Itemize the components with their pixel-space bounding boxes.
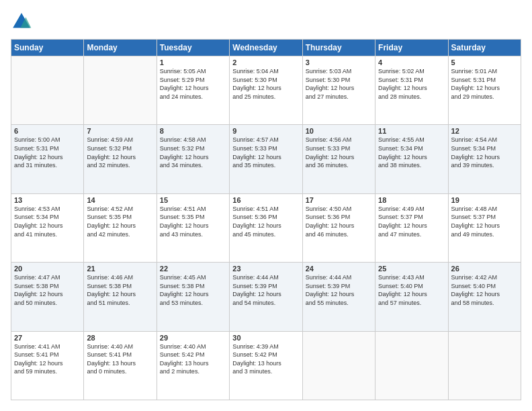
day-number: 16 (232, 196, 299, 204)
calendar-cell: 24Sunrise: 4:44 AM Sunset: 5:39 PM Dayli… (302, 263, 375, 331)
day-number: 4 (378, 58, 445, 66)
weekday-header-wednesday: Wednesday (230, 40, 302, 56)
day-info: Sunrise: 4:39 AM Sunset: 5:42 PM Dayligh… (232, 342, 299, 376)
logo (11, 11, 35, 32)
calendar-cell: 2Sunrise: 5:04 AM Sunset: 5:30 PM Daylig… (230, 56, 302, 125)
calendar-cell: 13Sunrise: 4:53 AM Sunset: 5:34 PM Dayli… (11, 193, 84, 262)
day-number: 30 (232, 334, 299, 342)
day-number: 25 (378, 265, 445, 273)
day-number: 24 (306, 265, 372, 273)
day-info: Sunrise: 4:58 AM Sunset: 5:32 PM Dayligh… (160, 136, 226, 169)
day-number: 13 (14, 196, 81, 204)
calendar-cell: 22Sunrise: 4:45 AM Sunset: 5:38 PM Dayli… (157, 263, 229, 331)
calendar-cell (302, 331, 375, 400)
page: SundayMondayTuesdayWednesdayThursdayFrid… (0, 0, 532, 411)
calendar-cell: 3Sunrise: 5:03 AM Sunset: 5:30 PM Daylig… (302, 56, 375, 125)
calendar-cell: 29Sunrise: 4:40 AM Sunset: 5:42 PM Dayli… (157, 331, 229, 400)
day-info: Sunrise: 4:55 AM Sunset: 5:34 PM Dayligh… (378, 136, 445, 169)
calendar-cell: 10Sunrise: 4:56 AM Sunset: 5:33 PM Dayli… (302, 125, 375, 193)
weekday-header-friday: Friday (375, 40, 448, 56)
calendar-cell: 30Sunrise: 4:39 AM Sunset: 5:42 PM Dayli… (230, 331, 302, 400)
calendar-header-row: SundayMondayTuesdayWednesdayThursdayFrid… (11, 40, 521, 56)
day-info: Sunrise: 5:02 AM Sunset: 5:31 PM Dayligh… (378, 67, 445, 101)
calendar-cell: 16Sunrise: 4:51 AM Sunset: 5:36 PM Dayli… (230, 193, 302, 262)
day-info: Sunrise: 4:51 AM Sunset: 5:35 PM Dayligh… (160, 205, 226, 238)
calendar-cell: 20Sunrise: 4:47 AM Sunset: 5:38 PM Dayli… (11, 263, 84, 331)
day-info: Sunrise: 4:42 AM Sunset: 5:40 PM Dayligh… (451, 273, 518, 307)
logo-icon (11, 11, 32, 32)
day-number: 15 (160, 196, 226, 204)
calendar-cell: 27Sunrise: 4:41 AM Sunset: 5:41 PM Dayli… (11, 331, 84, 400)
day-info: Sunrise: 4:51 AM Sunset: 5:36 PM Dayligh… (232, 205, 299, 238)
day-number: 17 (306, 196, 372, 204)
calendar-cell: 4Sunrise: 5:02 AM Sunset: 5:31 PM Daylig… (375, 56, 448, 125)
day-info: Sunrise: 5:03 AM Sunset: 5:30 PM Dayligh… (306, 67, 372, 101)
weekday-header-thursday: Thursday (302, 40, 375, 56)
day-info: Sunrise: 4:48 AM Sunset: 5:37 PM Dayligh… (451, 205, 518, 238)
weekday-header-monday: Monday (84, 40, 157, 56)
day-number: 11 (378, 127, 445, 135)
day-info: Sunrise: 4:40 AM Sunset: 5:42 PM Dayligh… (160, 342, 226, 376)
day-number: 18 (378, 196, 445, 204)
day-number: 21 (87, 265, 153, 273)
day-info: Sunrise: 5:00 AM Sunset: 5:31 PM Dayligh… (14, 136, 81, 169)
day-info: Sunrise: 4:46 AM Sunset: 5:38 PM Dayligh… (87, 273, 153, 307)
calendar-cell: 7Sunrise: 4:59 AM Sunset: 5:32 PM Daylig… (84, 125, 157, 193)
day-number: 27 (14, 334, 81, 342)
day-number: 12 (451, 127, 518, 135)
day-number: 9 (232, 127, 299, 135)
day-number: 28 (87, 334, 153, 342)
day-number: 19 (451, 196, 518, 204)
day-info: Sunrise: 4:52 AM Sunset: 5:35 PM Dayligh… (87, 205, 153, 238)
day-info: Sunrise: 5:05 AM Sunset: 5:29 PM Dayligh… (160, 67, 226, 101)
calendar-week-row: 13Sunrise: 4:53 AM Sunset: 5:34 PM Dayli… (11, 193, 521, 262)
calendar-cell: 25Sunrise: 4:43 AM Sunset: 5:40 PM Dayli… (375, 263, 448, 331)
weekday-header-saturday: Saturday (448, 40, 521, 56)
day-number: 2 (232, 58, 299, 66)
day-number: 26 (451, 265, 518, 273)
calendar-cell: 26Sunrise: 4:42 AM Sunset: 5:40 PM Dayli… (448, 263, 521, 331)
calendar-cell: 5Sunrise: 5:01 AM Sunset: 5:31 PM Daylig… (448, 56, 521, 125)
day-info: Sunrise: 4:57 AM Sunset: 5:33 PM Dayligh… (232, 136, 299, 169)
calendar-week-row: 27Sunrise: 4:41 AM Sunset: 5:41 PM Dayli… (11, 331, 521, 400)
day-info: Sunrise: 4:47 AM Sunset: 5:38 PM Dayligh… (14, 273, 81, 307)
day-info: Sunrise: 4:59 AM Sunset: 5:32 PM Dayligh… (87, 136, 153, 169)
calendar-cell (375, 331, 448, 400)
day-info: Sunrise: 5:01 AM Sunset: 5:31 PM Dayligh… (451, 67, 518, 101)
calendar-cell (11, 56, 84, 125)
day-number: 6 (14, 127, 81, 135)
day-number: 10 (306, 127, 372, 135)
day-number: 1 (160, 58, 226, 66)
calendar-cell: 15Sunrise: 4:51 AM Sunset: 5:35 PM Dayli… (157, 193, 229, 262)
calendar-cell: 6Sunrise: 5:00 AM Sunset: 5:31 PM Daylig… (11, 125, 84, 193)
calendar-cell: 18Sunrise: 4:49 AM Sunset: 5:37 PM Dayli… (375, 193, 448, 262)
calendar-cell: 19Sunrise: 4:48 AM Sunset: 5:37 PM Dayli… (448, 193, 521, 262)
weekday-header-tuesday: Tuesday (157, 40, 229, 56)
day-number: 3 (306, 58, 372, 66)
day-number: 14 (87, 196, 153, 204)
day-number: 20 (14, 265, 81, 273)
day-info: Sunrise: 4:44 AM Sunset: 5:39 PM Dayligh… (232, 273, 299, 307)
calendar-cell: 17Sunrise: 4:50 AM Sunset: 5:36 PM Dayli… (302, 193, 375, 262)
day-info: Sunrise: 4:44 AM Sunset: 5:39 PM Dayligh… (306, 273, 372, 307)
calendar-cell (448, 331, 521, 400)
day-info: Sunrise: 4:41 AM Sunset: 5:41 PM Dayligh… (14, 342, 81, 376)
day-info: Sunrise: 4:56 AM Sunset: 5:33 PM Dayligh… (306, 136, 372, 169)
calendar-cell: 12Sunrise: 4:54 AM Sunset: 5:34 PM Dayli… (448, 125, 521, 193)
calendar-cell: 23Sunrise: 4:44 AM Sunset: 5:39 PM Dayli… (230, 263, 302, 331)
calendar-cell: 28Sunrise: 4:40 AM Sunset: 5:41 PM Dayli… (84, 331, 157, 400)
calendar-cell: 9Sunrise: 4:57 AM Sunset: 5:33 PM Daylig… (230, 125, 302, 193)
calendar-cell: 1Sunrise: 5:05 AM Sunset: 5:29 PM Daylig… (157, 56, 229, 125)
calendar-cell: 11Sunrise: 4:55 AM Sunset: 5:34 PM Dayli… (375, 125, 448, 193)
header (11, 11, 521, 32)
day-info: Sunrise: 5:04 AM Sunset: 5:30 PM Dayligh… (232, 67, 299, 101)
weekday-header-sunday: Sunday (11, 40, 84, 56)
day-number: 7 (87, 127, 153, 135)
day-info: Sunrise: 4:49 AM Sunset: 5:37 PM Dayligh… (378, 205, 445, 238)
day-info: Sunrise: 4:45 AM Sunset: 5:38 PM Dayligh… (160, 273, 226, 307)
day-number: 23 (232, 265, 299, 273)
calendar-cell: 8Sunrise: 4:58 AM Sunset: 5:32 PM Daylig… (157, 125, 229, 193)
calendar-cell (84, 56, 157, 125)
day-info: Sunrise: 4:43 AM Sunset: 5:40 PM Dayligh… (378, 273, 445, 307)
day-info: Sunrise: 4:50 AM Sunset: 5:36 PM Dayligh… (306, 205, 372, 238)
